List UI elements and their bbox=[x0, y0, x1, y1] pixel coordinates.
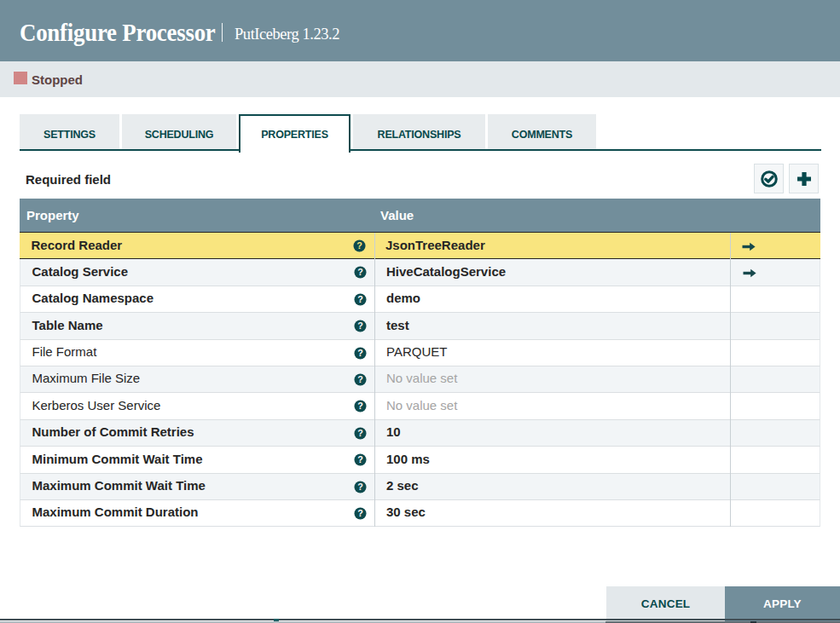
svg-text:?: ? bbox=[357, 268, 363, 278]
svg-text:?: ? bbox=[356, 240, 362, 251]
svg-text:?: ? bbox=[357, 374, 363, 384]
svg-text:?: ? bbox=[357, 348, 363, 358]
svg-text:?: ? bbox=[357, 320, 363, 331]
svg-text:?: ? bbox=[357, 482, 363, 492]
svg-text:?: ? bbox=[357, 428, 363, 438]
svg-text:?: ? bbox=[357, 294, 363, 304]
svg-text:?: ? bbox=[357, 508, 363, 518]
svg-text:?: ? bbox=[357, 401, 363, 412]
svg-text:?: ? bbox=[357, 454, 363, 464]
